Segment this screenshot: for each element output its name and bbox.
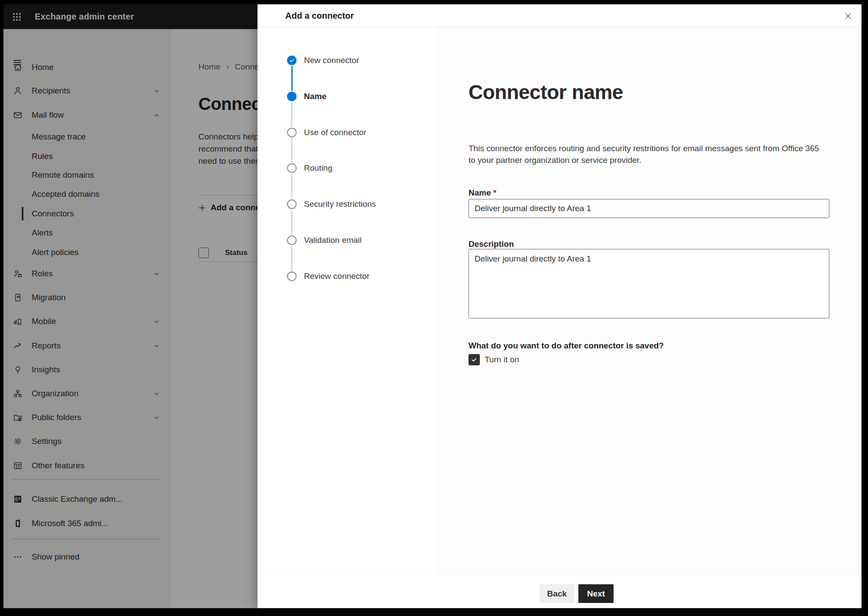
wizard-step-circle-new-connector[interactable] [287,56,297,65]
wizard-step-connector-line [291,210,292,235]
check-icon [289,57,295,63]
wizard-step-circle-name[interactable] [287,92,297,101]
wizard-step-circle-validation-email[interactable] [287,235,297,245]
required-marker: * [493,188,496,197]
description-textarea[interactable]: Deliver journal directly to Area 1 [469,249,829,318]
wizard-step-connector-line [291,66,293,91]
wizard-step-connector-line [291,246,292,271]
wizard-step-circle-review-connector[interactable] [287,272,297,281]
close-icon [844,12,852,20]
add-connector-dialog: Add a connector New connectorNameUse of … [257,4,861,608]
close-button[interactable] [841,9,855,23]
name-label-text: Name [469,188,491,197]
wizard-step-review-connector[interactable]: Review connector [304,272,370,281]
wizard-step-use-of-connector[interactable]: Use of connector [304,128,366,137]
wizard-step-circle-use-of-connector[interactable] [287,128,297,137]
wizard-step-validation-email[interactable]: Validation email [304,235,362,245]
turn-it-on-checkbox[interactable] [469,354,480,365]
step-intro-line: This connector enforces routing and secu… [469,142,819,154]
wizard-step-circle-routing[interactable] [287,163,297,173]
checkmark-icon [471,356,478,363]
dialog-content: Connector name This connector enforces r… [439,27,861,575]
turn-it-on-label: Turn it on [485,355,519,364]
after-save-question: What do you want to do after connector i… [469,341,664,351]
wizard-step-routing[interactable]: Routing [304,163,333,173]
dialog-footer: Back Next [257,575,861,608]
next-button[interactable]: Next [578,584,614,603]
description-field-label: Description [469,239,514,249]
dialog-header: Add a connector [257,4,861,27]
step-intro-line: to your partner organization or service … [469,154,819,166]
step-heading: Connector name [469,80,623,104]
wizard-step-security-restrictions[interactable]: Security restrictions [304,199,376,209]
wizard-step-connector-line [291,174,292,199]
wizard-steps-nav: New connectorNameUse of connectorRouting… [257,27,439,575]
back-button[interactable]: Back [539,584,574,603]
wizard-step-connector-line [291,138,292,162]
wizard-step-new-connector[interactable]: New connector [304,56,359,65]
wizard-step-circle-security-restrictions[interactable] [287,199,297,209]
wizard-step-connector-line [291,102,292,127]
turn-it-on-row: Turn it on [469,354,519,365]
name-input[interactable] [469,199,829,218]
name-field-label: Name* [469,188,496,198]
app-window: Exchange admin center HomeRecipientsMail… [3,4,861,608]
wizard-step-name[interactable]: Name [304,92,327,101]
step-intro-text: This connector enforces routing and secu… [469,142,819,166]
dialog-title: Add a connector [285,4,354,27]
